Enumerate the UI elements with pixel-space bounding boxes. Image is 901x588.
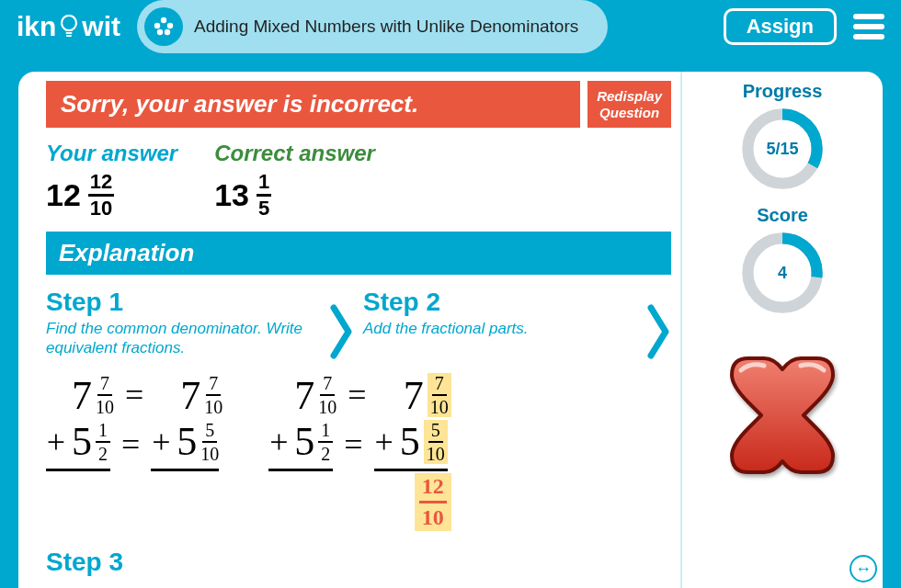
answers-row: Your answer 12 12 10 Correct answer 13 (46, 141, 680, 219)
assign-button[interactable]: Assign (724, 8, 837, 45)
step-2-subtitle: Add the fractional parts. (363, 319, 638, 359)
logo[interactable]: ikn wit (17, 11, 120, 42)
content-panel: Sorry, your answer is incorrect. Redispl… (18, 72, 883, 588)
math-row: 7 710 = 7 710 + 5 12 = (46, 370, 680, 531)
lightbulb-icon (60, 15, 78, 39)
your-answer-fraction: 12 10 (88, 172, 114, 219)
step-2: Step 2 Add the fractional parts. (363, 288, 638, 359)
svg-point-0 (62, 16, 76, 30)
logo-text-right: wit (82, 11, 120, 42)
swap-icon: ↔ (855, 560, 872, 579)
steps-row: Step 1 Find the common denominator. Writ… (46, 288, 671, 359)
svg-point-5 (157, 29, 163, 35)
incorrect-x-icon (713, 338, 851, 476)
toggle-layout-button[interactable]: ↔ (850, 555, 877, 582)
explanation-bar: Explanation (46, 232, 671, 275)
progress-label: Progress (743, 81, 823, 102)
feedback-message: Sorry, your answer is incorrect. (46, 81, 580, 128)
step1-math: 7 710 = 7 710 + 5 12 = (46, 370, 222, 531)
step-1-title: Step 1 (46, 288, 321, 317)
step-1-subtitle: Find the common denominator. Write equiv… (46, 319, 321, 359)
body-wrap: Sorry, your answer is incorrect. Redispl… (0, 53, 901, 588)
score-dial: 4 (739, 230, 826, 316)
header-actions: Assign (724, 8, 884, 45)
progress-value: 5/15 (739, 106, 826, 192)
correct-answer-block: Correct answer 13 1 5 (214, 141, 375, 219)
progress-dial: 5/15 (739, 106, 826, 192)
lesson-title-pill: Adding Mixed Numbers with Unlike Denomin… (137, 0, 608, 53)
fraction-sum: 12 10 (415, 473, 451, 531)
correct-answer-whole: 13 (214, 177, 249, 213)
score-value: 4 (739, 230, 826, 316)
main-column: Sorry, your answer is incorrect. Redispl… (18, 72, 680, 588)
svg-point-6 (165, 29, 170, 35)
app-header: ikn wit Adding Mixed Numbers with Unlike… (0, 0, 901, 53)
redisplay-question-button[interactable]: Redisplay Question (587, 81, 671, 128)
lesson-dots-icon (144, 7, 183, 46)
step-3-title: Step 3 (46, 548, 680, 577)
chevron-right-icon (330, 288, 354, 359)
svg-point-3 (154, 23, 160, 28)
side-column: Progress 5/15 Score 4 (680, 72, 883, 588)
step2-math: 7 710 = 7 710 + 5 12 = (268, 370, 450, 531)
your-answer-whole: 12 (46, 177, 81, 213)
svg-point-4 (167, 23, 173, 28)
score-label: Score (757, 205, 808, 226)
correct-answer-fraction: 1 5 (257, 172, 271, 219)
redisplay-line1: Redisplay (597, 88, 662, 104)
feedback-row: Sorry, your answer is incorrect. Redispl… (46, 81, 671, 128)
your-answer-label: Your answer (46, 141, 177, 166)
correct-answer-label: Correct answer (214, 141, 375, 166)
lesson-title: Adding Mixed Numbers with Unlike Denomin… (194, 17, 578, 37)
step-2-title: Step 2 (363, 288, 638, 317)
your-answer-value: 12 12 10 (46, 172, 177, 219)
logo-text-left: ikn (17, 11, 56, 42)
svg-point-2 (161, 17, 166, 23)
correct-answer-value: 13 1 5 (214, 172, 375, 219)
your-answer-block: Your answer 12 12 10 (46, 141, 177, 219)
menu-button[interactable] (853, 14, 884, 40)
redisplay-line2: Question (597, 105, 662, 120)
chevron-right-icon (647, 288, 671, 359)
step-1: Step 1 Find the common denominator. Writ… (46, 288, 321, 359)
